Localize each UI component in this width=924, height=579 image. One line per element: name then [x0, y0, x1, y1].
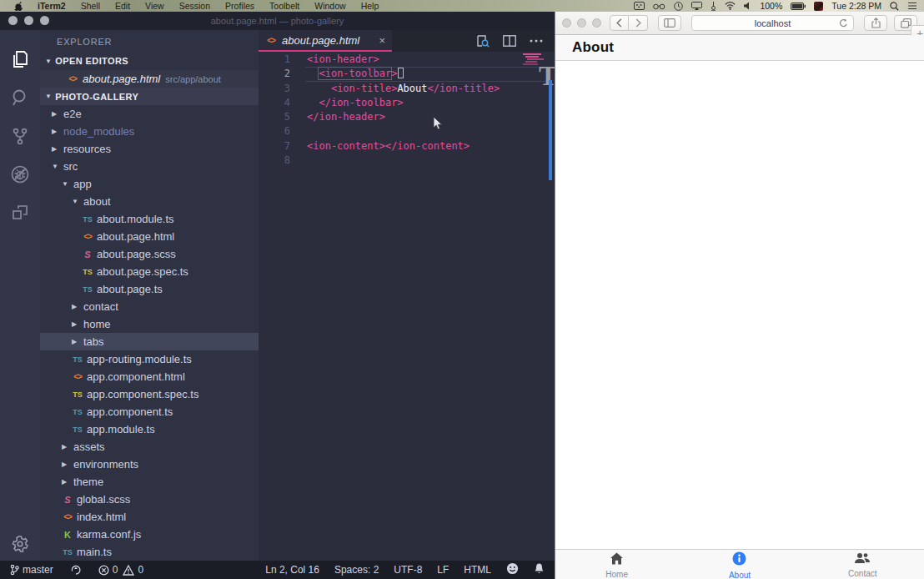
warnings-indicator[interactable]: 0	[123, 564, 143, 576]
minimize-window-button[interactable]	[577, 18, 586, 28]
airplay-icon[interactable]	[691, 2, 702, 10]
code-line-1[interactable]: <ion-header>	[307, 53, 555, 67]
wifi-icon[interactable]	[725, 2, 736, 10]
tree-folder-node_modules[interactable]: ▶node_modules	[40, 123, 259, 140]
tree-file-about.page.ts[interactable]: TSabout.page.ts	[40, 280, 259, 298]
tree-file-index.html[interactable]: <>index.html	[40, 508, 259, 526]
tree-file-about.page.spec.ts[interactable]: TSabout.page.spec.ts	[40, 263, 259, 280]
sidebar-toggle-button[interactable]	[658, 15, 681, 31]
menubar-clock[interactable]: Tue 2:28 PM	[831, 1, 881, 11]
tree-folder-src[interactable]: ▼src	[40, 158, 259, 175]
reload-icon[interactable]	[839, 18, 848, 30]
code-line-6[interactable]	[307, 124, 555, 138]
tree-file-app.component.ts[interactable]: TSapp.component.ts	[40, 403, 259, 420]
tree-folder-app[interactable]: ▼app	[40, 175, 259, 193]
tree-file-global.scss[interactable]: Sglobal.scss	[40, 491, 259, 508]
git-branch-indicator[interactable]: master	[10, 564, 53, 576]
tree-folder-home[interactable]: ▶home	[40, 315, 259, 333]
menubar-item-window[interactable]: Window	[307, 0, 353, 12]
source-control-icon[interactable]	[0, 117, 40, 155]
tree-folder-e2e[interactable]: ▶e2e	[40, 105, 259, 123]
zoom-window-button[interactable]	[592, 18, 601, 28]
tree-folder-tabs[interactable]: ▶tabs	[40, 333, 259, 350]
menubar-app-name[interactable]: iTerm2	[30, 0, 73, 12]
battery-icon[interactable]	[791, 3, 806, 10]
tree-folder-about[interactable]: ▼about	[40, 193, 259, 210]
tree-file-app-routing.module.ts[interactable]: TSapp-routing.module.ts	[40, 350, 259, 368]
feedback-smiley-icon[interactable]	[506, 562, 519, 577]
cursor-position-indicator[interactable]: Ln 2, Col 16	[265, 564, 319, 576]
tree-file-main.ts[interactable]: TSmain.ts	[40, 543, 259, 561]
notification-center-icon[interactable]	[907, 2, 917, 10]
screen-capture-icon[interactable]	[634, 2, 645, 10]
tree-file-app.component.spec.ts[interactable]: TSapp.component.spec.ts	[40, 385, 259, 403]
scrollbar-decoration[interactable]	[549, 80, 552, 180]
debug-icon[interactable]	[0, 155, 40, 194]
more-actions-icon[interactable]	[530, 39, 543, 43]
code-editor[interactable]: 12345678 <ion-header> <ion-toolbar> <ion…	[259, 52, 555, 561]
share-button[interactable]	[864, 15, 887, 31]
explorer-icon[interactable]	[0, 40, 40, 78]
encoding-indicator[interactable]: UTF-8	[394, 564, 422, 576]
project-section-header[interactable]: ▼ PHOTO-GALLERY	[40, 88, 259, 105]
code-line-7[interactable]: <ion-content></ion-content>	[307, 139, 555, 154]
code-line-5[interactable]: </ion-header>	[307, 110, 555, 124]
close-window-button[interactable]	[8, 16, 18, 25]
settings-gear-icon[interactable]	[0, 534, 40, 554]
open-editor-item[interactable]: <> about.page.html src/app/about	[40, 70, 259, 88]
minimize-window-button[interactable]	[24, 16, 33, 25]
extensions-icon[interactable]	[0, 194, 40, 232]
menubar-app-icon[interactable]	[814, 2, 823, 11]
open-editors-section-header[interactable]: ▼ OPEN EDITORS	[40, 52, 259, 70]
errors-indicator[interactable]: 0	[98, 564, 118, 576]
chevron-down-icon: ▼	[52, 163, 60, 170]
menubar-item-toolbelt[interactable]: Toolbelt	[262, 0, 307, 12]
code-line-3[interactable]: <ion-title>About</ion-title>	[307, 82, 555, 96]
tree-file-app.component.html[interactable]: <>app.component.html	[40, 368, 259, 385]
menubar-item-shell[interactable]: Shell	[73, 0, 108, 12]
apple-menu-icon[interactable]	[7, 2, 30, 11]
tab-home[interactable]: Home	[555, 550, 678, 579]
code-line-2[interactable]: <ion-toolbar>	[307, 67, 555, 81]
menubar-item-profiles[interactable]: Profiles	[218, 0, 262, 12]
sync-changes-button[interactable]	[70, 564, 82, 576]
menubar-item-help[interactable]: Help	[354, 0, 387, 12]
forward-button[interactable]	[629, 15, 648, 31]
tree-file-app.module.ts[interactable]: TSapp.module.ts	[40, 420, 259, 438]
tree-file-about.page.scss[interactable]: Sabout.page.scss	[40, 245, 259, 263]
clock-icon[interactable]	[674, 2, 683, 11]
tree-file-karma.conf.js[interactable]: Kkarma.conf.js	[40, 526, 259, 543]
close-window-button[interactable]	[562, 18, 571, 28]
code-line-8[interactable]	[307, 154, 555, 168]
glasses-icon[interactable]	[653, 3, 665, 10]
code-line-4[interactable]: </ion-toolbar>	[307, 96, 555, 110]
spotlight-icon[interactable]	[890, 2, 899, 11]
search-icon[interactable]	[0, 78, 40, 117]
tab-about[interactable]: About	[678, 550, 801, 579]
open-preview-icon[interactable]	[476, 34, 490, 48]
split-editor-icon[interactable]	[503, 35, 516, 47]
tab-contact[interactable]: Contact	[801, 550, 924, 579]
indentation-indicator[interactable]: Spaces: 2	[334, 564, 379, 576]
address-bar[interactable]: localhost	[691, 15, 854, 31]
vscode-titlebar[interactable]: about.page.html — photo-gallery	[0, 12, 555, 30]
tree-folder-resources[interactable]: ▶resources	[40, 140, 259, 158]
tree-folder-theme[interactable]: ▶theme	[40, 473, 259, 491]
volume-icon[interactable]	[744, 2, 751, 10]
tree-folder-contact[interactable]: ▶contact	[40, 298, 259, 315]
eol-indicator[interactable]: LF	[437, 564, 449, 576]
dongle-icon[interactable]	[711, 2, 716, 11]
zoom-window-button[interactable]	[40, 16, 49, 25]
tree-file-about.module.ts[interactable]: TSabout.module.ts	[40, 210, 259, 228]
notifications-bell-icon[interactable]	[534, 562, 545, 577]
menubar-item-edit[interactable]: Edit	[108, 0, 138, 12]
tree-file-about.page.html[interactable]: <>about.page.html	[40, 228, 259, 245]
editor-tab-about-page-html[interactable]: <> about.page.html ×	[259, 30, 392, 52]
tree-folder-assets[interactable]: ▶assets	[40, 438, 259, 456]
tree-folder-environments[interactable]: ▶environments	[40, 456, 259, 473]
language-mode-indicator[interactable]: HTML	[464, 564, 491, 576]
back-button[interactable]	[610, 15, 629, 31]
menubar-item-view[interactable]: View	[138, 0, 172, 12]
close-tab-icon[interactable]: ×	[379, 34, 385, 47]
menubar-item-session[interactable]: Session	[172, 0, 218, 12]
